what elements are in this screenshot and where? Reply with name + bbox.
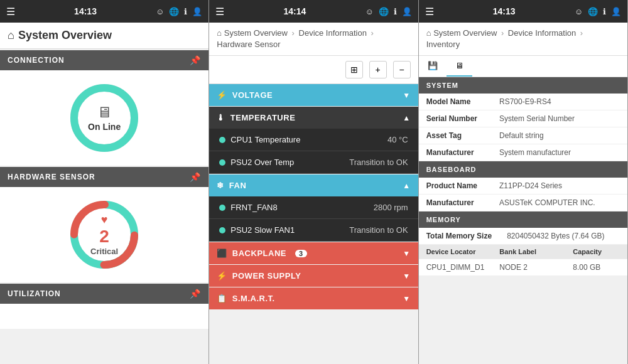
memory-inv-table: Total Memory Size 8204050432 Bytes (7.64… [419, 228, 627, 245]
sensor-dot-cpu1 [219, 137, 225, 143]
total-memory-value: 8204050432 Bytes (7.64 GB) [499, 228, 627, 245]
pin-icon-connection: 📌 [190, 55, 201, 65]
backplane-badge: 3 [295, 250, 307, 257]
backplane-section: ⬛ BACKPLANE 3 ▼ [209, 242, 418, 264]
smart-label: S.M.A.R.T. [232, 294, 275, 303]
manufacturer-sys-value: System manufacturer [492, 144, 627, 161]
critical-text: Critical [90, 247, 118, 256]
connection-content: 🖥 On Line [0, 70, 208, 166]
topbar-panel1: ☰ 14:13 ☺ 🌐 ℹ 👤 [0, 0, 208, 23]
utilization-label: UTILIZATION [8, 289, 61, 298]
hdd-tab-icon: 💾 [428, 61, 438, 70]
panel2-scroll: ⚡ VOLTAGE ▼ 🌡 TEMPERATURE ▲ CPU1 Tempera… [209, 84, 418, 364]
smile-icon-p1: ☺ [156, 7, 164, 16]
sensor-name-cpu1-temp: CPU1 Temperature [230, 135, 300, 144]
table-row: Manufacturer System manufacturer [419, 144, 627, 161]
memory-detail-table: Device Locator Bank Label Capacity CPU1_… [419, 245, 627, 276]
manufacturer-sys-key: Manufacturer [419, 144, 492, 161]
sensor-value-psu2-temp: Transition to OK [349, 158, 408, 167]
memory-section-label: MEMORY [426, 216, 461, 223]
system-inv-header: SYSTEM [419, 77, 627, 94]
tab-server[interactable]: 🖥 [447, 56, 472, 77]
hw-sensor-label: HARDWARE SENSOR [8, 173, 95, 181]
col-device-locator: Device Locator [419, 245, 492, 259]
fan-header[interactable]: ❄ FAN ▲ [209, 174, 418, 196]
serial-number-value: System Serial Number [492, 110, 627, 127]
tab-hdd[interactable]: 💾 [419, 56, 447, 77]
topbar-panel2: ☰ 14:14 ☺ 🌐 ℹ 👤 [209, 0, 418, 23]
temperature-icon: 🌡 [217, 113, 225, 122]
topbar-icons-panel3: ☺ 🌐 ℹ 👤 [575, 7, 621, 16]
utilization-section-header: UTILIZATION 📌 [0, 284, 208, 304]
fan-chevron: ▲ [403, 181, 410, 190]
critical-label: ♥ 2 Critical [90, 213, 118, 256]
fan-section: ❄ FAN ▲ FRNT_FAN8 2800 rpm PSU2 Slow FAN… [209, 174, 418, 242]
table-row: Total Memory Size 8204050432 Bytes (7.64… [419, 228, 627, 245]
home-icon-p1: ⌂ [8, 29, 14, 42]
serial-number-key: Serial Number [419, 110, 492, 127]
backplane-header[interactable]: ⬛ BACKPLANE 3 ▼ [209, 242, 418, 264]
tab-bar-panel3: 💾 🖥 [419, 56, 627, 77]
mem-capacity-val: 8.00 GB [565, 259, 627, 276]
breadcrumb-text-p2: System Overview › Device Information › H… [217, 28, 376, 49]
baseboard-inv-header: BASEBOARD [419, 161, 627, 178]
temperature-header[interactable]: 🌡 TEMPERATURE ▲ [209, 107, 418, 129]
user-icon-p2: 👤 [402, 7, 412, 16]
backplane-chevron: ▼ [403, 249, 410, 258]
voltage-label: VOLTAGE [232, 90, 273, 100]
connection-label: CONNECTION [8, 56, 65, 65]
menu-icon-p2[interactable]: ☰ [215, 6, 224, 18]
baseboard-section-label: BASEBOARD [426, 166, 477, 173]
voltage-header[interactable]: ⚡ VOLTAGE ▼ [209, 84, 418, 106]
voltage-icon: ⚡ [217, 90, 227, 100]
remove-button[interactable]: − [393, 61, 411, 78]
monitor-icon: 🖥 [88, 104, 121, 121]
product-name-key: Product Name [419, 178, 492, 195]
asset-tag-value: Default string [492, 127, 627, 144]
sensor-item-frnt-fan8: FRNT_FAN8 2800 rpm [209, 196, 418, 219]
sensor-name-psu2-fan1: PSU2 Slow FAN1 [230, 225, 295, 235]
panel-system-overview: ☰ 14:13 ☺ 🌐 ℹ 👤 ⌂ System Overview CONNEC… [0, 0, 209, 364]
product-name-value: Z11PP-D24 Series [492, 178, 627, 195]
smart-icon: 📋 [217, 294, 227, 303]
table-row: Product Name Z11PP-D24 Series [419, 178, 627, 195]
pin-icon-utilization: 📌 [190, 289, 201, 299]
system-section-label: SYSTEM [426, 82, 458, 89]
temperature-section: 🌡 TEMPERATURE ▲ CPU1 Temperature 40 °C P… [209, 107, 418, 174]
power-supply-header[interactable]: ⚡ POWER SUPPLY ▼ [209, 265, 418, 287]
sensor-item-cpu1-temp: CPU1 Temperature 40 °C [209, 129, 418, 151]
time-panel3: 14:13 [439, 6, 570, 16]
sensor-value-cpu1-temp: 40 °C [387, 135, 408, 144]
critical-donut: ♥ 2 Critical [67, 197, 142, 272]
time-panel2: 14:14 [229, 6, 360, 16]
mem-bank-val: NODE 2 [492, 259, 565, 276]
home-icon-p2: ⌂ [217, 28, 222, 38]
connection-status-label: 🖥 On Line [88, 104, 121, 132]
voltage-section: ⚡ VOLTAGE ▼ [209, 84, 418, 106]
sensor-value-frnt-fan8: 2800 rpm [374, 203, 408, 212]
user-icon-p1: 👤 [192, 7, 202, 16]
smart-header[interactable]: 📋 S.M.A.R.T. ▼ [209, 287, 418, 309]
voltage-chevron: ▼ [403, 91, 410, 100]
menu-icon[interactable]: ☰ [6, 6, 15, 18]
smile-icon-p3: ☺ [575, 7, 583, 16]
sensor-item-psu2-temp: PSU2 Over Temp Transition to OK [209, 151, 418, 174]
menu-icon-p3[interactable]: ☰ [425, 6, 434, 18]
utilization-content [0, 304, 208, 329]
memory-row: CPU1_DIMM_D1 NODE 2 8.00 GB [419, 259, 627, 276]
sensor-name-frnt-fan8: FRNT_FAN8 [230, 203, 277, 212]
pin-icon-hwsensor: 📌 [190, 172, 201, 182]
add-button[interactable]: + [369, 61, 387, 78]
model-name-value: RS700-E9-RS4 [492, 94, 627, 110]
title-text-p1: System Overview [18, 29, 112, 42]
topbar-panel3: ☰ 14:13 ☺ 🌐 ℹ 👤 [419, 0, 627, 23]
grid-view-button[interactable]: ⊞ [345, 61, 363, 78]
fan-label: FAN [229, 181, 247, 190]
manufacturer-base-key: Manufacturer [419, 195, 492, 211]
globe-icon-p1: 🌐 [169, 7, 179, 16]
power-supply-icon: ⚡ [217, 271, 227, 281]
manufacturer-base-value: ASUSTeK COMPUTER INC. [492, 195, 627, 211]
sensor-name-psu2-temp: PSU2 Over Temp [230, 158, 294, 167]
connection-donut: 🖥 On Line [67, 80, 142, 156]
power-supply-section: ⚡ POWER SUPPLY ▼ [209, 265, 418, 287]
